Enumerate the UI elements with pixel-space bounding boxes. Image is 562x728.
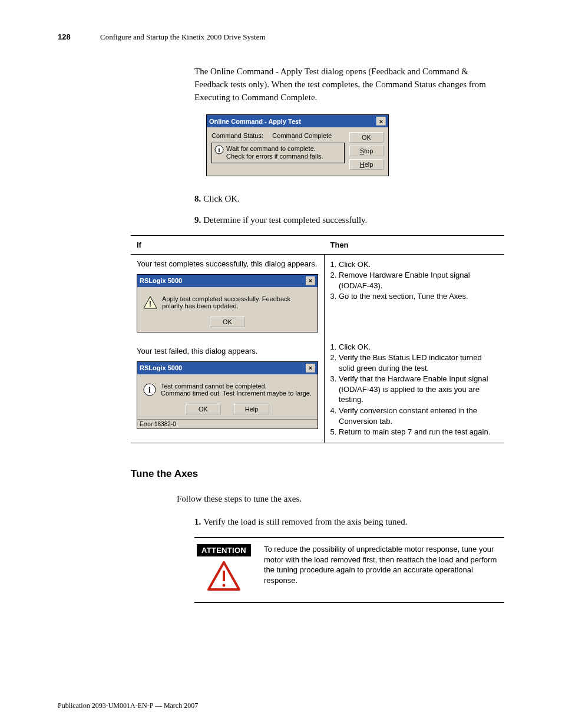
- dialog-title: Online Command - Apply Test: [209, 118, 376, 125]
- close-icon[interactable]: ×: [376, 117, 386, 126]
- page-number: 128: [58, 32, 100, 41]
- step-text: Click OK.: [203, 194, 240, 203]
- if-then-table: If Then Your test completes successfully…: [131, 235, 504, 443]
- if-text: Your test failed, this dialog appears.: [137, 347, 318, 355]
- then-list: Click OK. Remove Hardware Enable Input s…: [339, 259, 498, 302]
- publication-footer: Publication 2093-UM001A-EN-P — March 200…: [58, 701, 198, 710]
- subsection-heading: Tune the Axes: [131, 468, 504, 480]
- apply-test-dialog: Online Command - Apply Test × Command St…: [206, 114, 389, 176]
- info-icon: i: [214, 145, 224, 160]
- attention-box: ATTENTION To reduce the possibility of u…: [194, 537, 504, 603]
- error-line1: Test command cannot be completed.: [161, 383, 267, 390]
- info-box: i Wait for command to complete. Check fo…: [211, 143, 345, 163]
- help-button[interactable]: Help: [349, 159, 384, 170]
- then-item: Click OK.: [339, 259, 498, 270]
- success-dialog: RSLogix 5000× ! Apply test completed suc…: [137, 274, 318, 332]
- then-item: Go to the next section, Tune the Axes.: [339, 291, 498, 302]
- info-icon: i: [143, 383, 156, 396]
- close-icon[interactable]: ×: [306, 364, 315, 373]
- stop-button[interactable]: Stop: [349, 146, 384, 156]
- section-title: Configure and Startup the Kinetix 2000 D…: [100, 32, 266, 42]
- error-line2: Command timed out. Test Increment maybe …: [161, 390, 312, 397]
- if-text: Your test completes successfully, this d…: [137, 259, 318, 268]
- svg-text:i: i: [218, 146, 220, 153]
- ok-button[interactable]: OK: [349, 132, 384, 143]
- then-list: Click OK. Verify the Bus Status LED indi…: [339, 342, 498, 437]
- ok-button[interactable]: OK: [186, 404, 221, 414]
- ok-button[interactable]: OK: [210, 317, 245, 327]
- tune-lead: Follow these steps to tune the axes.: [177, 493, 504, 506]
- step-number: 8.: [194, 194, 201, 203]
- if-header: If: [131, 235, 325, 254]
- then-item: Verify that the Hardware Enable Input si…: [339, 374, 498, 405]
- info-line1: Wait for command to complete.: [226, 145, 316, 152]
- then-item: Remove Hardware Enable Input signal (IOD…: [339, 270, 498, 291]
- info-line2: Check for errors if command fails.: [226, 153, 323, 160]
- svg-text:!: !: [149, 299, 151, 308]
- step-text: Verify the load is still removed from th…: [203, 517, 407, 526]
- intro-paragraph: The Online Command - Apply Test dialog o…: [194, 65, 504, 104]
- then-item: Verify the Bus Status LED indicator turn…: [339, 353, 498, 373]
- then-header: Then: [325, 235, 505, 254]
- status-label: Command Status:: [211, 132, 263, 139]
- dialog-title: RSLogix 5000: [140, 364, 306, 371]
- warning-icon: !: [143, 296, 157, 309]
- close-icon[interactable]: ×: [306, 276, 315, 285]
- step-number: 1.: [194, 517, 201, 526]
- svg-text:i: i: [148, 386, 151, 394]
- dialog-message: Apply test completed successfully. Feedb…: [162, 295, 312, 309]
- attention-icon: [207, 561, 240, 595]
- help-button[interactable]: Help: [234, 404, 269, 414]
- step-text: Determine if your test completed success…: [203, 215, 367, 225]
- status-value: Command Complete: [272, 132, 332, 139]
- page-header: 128 Configure and Startup the Kinetix 20…: [58, 32, 504, 47]
- then-item: Verify conversion constant entered in th…: [339, 406, 498, 426]
- attention-label: ATTENTION: [197, 544, 251, 556]
- svg-point-8: [223, 584, 226, 587]
- attention-text: To reduce the possibility of unpredictab…: [264, 544, 504, 595]
- error-code: Error 16382-0: [137, 419, 318, 429]
- error-dialog: RSLogix 5000× i Test command cannot be c…: [137, 361, 318, 429]
- dialog-title: RSLogix 5000: [140, 277, 306, 284]
- then-item: Click OK.: [339, 342, 498, 353]
- dialog-titlebar: Online Command - Apply Test ×: [207, 115, 388, 127]
- step-number: 9.: [194, 215, 201, 225]
- then-item: Return to main step 7 and run the test a…: [339, 427, 498, 437]
